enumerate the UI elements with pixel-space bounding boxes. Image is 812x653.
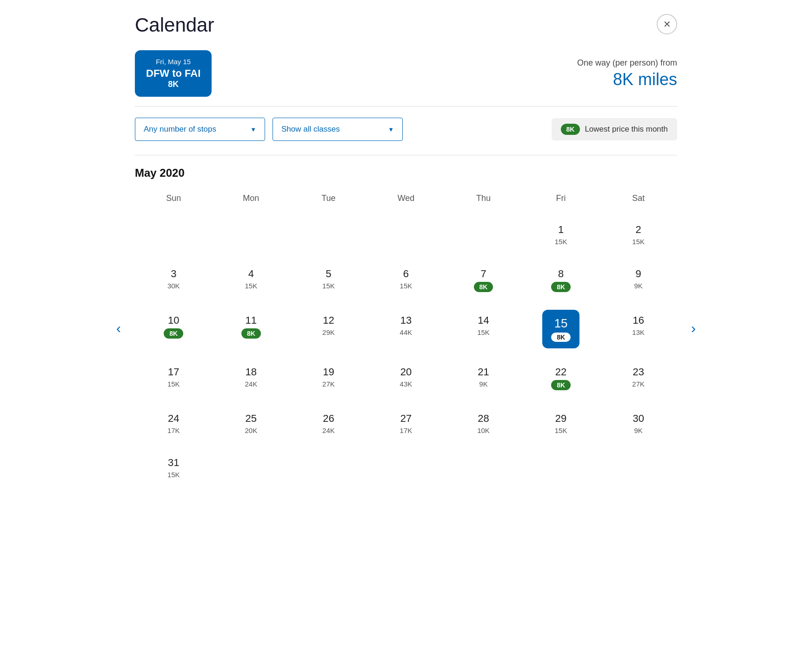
stops-filter-label: Any number of stops <box>144 125 216 134</box>
table-row[interactable]: 2915K <box>522 401 600 446</box>
flight-card-date: Fri, May 15 <box>146 58 200 66</box>
table-row[interactable]: 1229K <box>290 303 367 355</box>
day-cell[interactable]: 88K <box>542 263 579 297</box>
day-cell[interactable]: 515K <box>310 263 347 294</box>
day-price: 15K <box>160 471 187 479</box>
day-price: 13K <box>625 328 652 336</box>
day-cell[interactable]: 1229K <box>310 310 347 341</box>
day-cell[interactable]: 615K <box>387 263 425 294</box>
table-row[interactable]: 78K <box>445 257 522 303</box>
table-row[interactable]: 215K <box>599 213 677 257</box>
day-price: 44K <box>392 328 420 336</box>
day-cell[interactable]: 118K <box>233 310 270 343</box>
day-number: 12 <box>314 314 342 326</box>
day-cell[interactable]: 2327K <box>620 361 657 393</box>
table-row[interactable]: 219K <box>445 355 522 401</box>
day-number: 17 <box>160 366 187 378</box>
day-cell[interactable]: 99K <box>620 263 657 294</box>
table-row[interactable]: 2327K <box>599 355 677 401</box>
calendar-grid: SunMonTueWedThuFriSat 115K215K330K415K51… <box>135 189 677 490</box>
day-cell[interactable]: 2520K <box>233 408 270 439</box>
table-row[interactable]: 108K <box>135 303 213 355</box>
day-cell[interactable]: 415K <box>233 263 270 294</box>
day-price: 9K <box>470 380 498 388</box>
table-row[interactable]: 1415K <box>445 303 522 355</box>
table-row[interactable]: 1927K <box>290 355 367 401</box>
table-row[interactable]: 3115K <box>135 446 213 490</box>
table-row[interactable]: 2810K <box>445 401 522 446</box>
day-cell[interactable]: 2717K <box>387 408 425 439</box>
table-row[interactable]: 2520K <box>213 401 290 446</box>
day-cell[interactable]: 215K <box>620 219 657 250</box>
table-row[interactable]: 615K <box>367 257 445 303</box>
day-cell[interactable]: 1613K <box>620 310 657 341</box>
day-price: 9K <box>625 426 652 434</box>
day-number: 28 <box>470 413 498 425</box>
table-row[interactable]: 515K <box>290 257 367 303</box>
price-summary-value: 8K miles <box>577 70 677 89</box>
table-row[interactable]: 2717K <box>367 401 445 446</box>
table-row[interactable]: 118K <box>213 303 290 355</box>
day-number: 14 <box>470 314 498 326</box>
table-row[interactable]: 2624K <box>290 401 367 446</box>
day-cell[interactable]: 2810K <box>465 408 502 439</box>
day-cell[interactable]: 1927K <box>310 361 347 393</box>
weekday-header: Mon <box>213 189 290 213</box>
day-cell[interactable]: 115K <box>542 219 579 250</box>
day-price: 15K <box>392 282 420 290</box>
table-row[interactable]: 99K <box>599 257 677 303</box>
day-cell[interactable]: 78K <box>465 263 502 297</box>
table-row[interactable]: 158K <box>522 303 600 355</box>
empty-day <box>135 213 213 257</box>
day-price: 24K <box>314 426 342 434</box>
legend-badge-price: 8K <box>561 124 580 135</box>
day-cell[interactable]: 1415K <box>465 310 502 341</box>
day-cell[interactable]: 309K <box>620 408 657 439</box>
day-number: 7 <box>470 268 498 280</box>
day-number: 29 <box>547 413 575 425</box>
day-number: 5 <box>314 268 342 280</box>
day-number: 31 <box>160 457 187 469</box>
day-number: 13 <box>392 314 420 326</box>
day-cell[interactable]: 2915K <box>542 408 579 439</box>
empty-day <box>367 446 445 490</box>
table-row[interactable]: 1715K <box>135 355 213 401</box>
stops-filter-arrow: ▼ <box>250 126 256 133</box>
day-number: 8 <box>547 268 575 280</box>
day-cell[interactable]: 2624K <box>310 408 347 439</box>
table-row[interactable]: 228K <box>522 355 600 401</box>
day-cell[interactable]: 3115K <box>155 452 192 483</box>
day-cell[interactable]: 219K <box>465 361 502 393</box>
table-row[interactable]: 1824K <box>213 355 290 401</box>
green-price-badge: 8K <box>551 380 571 390</box>
next-month-button[interactable]: › <box>686 316 700 341</box>
close-button[interactable]: ✕ <box>657 14 677 34</box>
table-row[interactable]: 2417K <box>135 401 213 446</box>
flight-card-route: DFW to FAI <box>146 67 200 80</box>
day-cell[interactable]: 1715K <box>155 361 192 393</box>
table-row[interactable]: 2043K <box>367 355 445 401</box>
classes-filter-label: Show all classes <box>281 125 340 134</box>
table-row[interactable]: 88K <box>522 257 600 303</box>
table-row[interactable]: 1613K <box>599 303 677 355</box>
day-cell[interactable]: 228K <box>542 361 579 395</box>
stops-filter[interactable]: Any number of stops ▼ <box>135 118 265 141</box>
day-cell[interactable]: 1344K <box>387 310 425 341</box>
table-row[interactable]: 1344K <box>367 303 445 355</box>
day-cell[interactable]: 330K <box>155 263 192 294</box>
prev-month-button[interactable]: ‹ <box>112 316 126 341</box>
price-summary-label: One way (per person) from <box>577 58 677 68</box>
day-cell[interactable]: 108K <box>155 310 192 343</box>
table-row[interactable]: 330K <box>135 257 213 303</box>
day-cell[interactable]: 2043K <box>387 361 425 393</box>
page-title: Calendar <box>135 14 214 36</box>
day-cell[interactable]: 1824K <box>233 361 270 393</box>
day-cell[interactable]: 158K <box>542 310 579 348</box>
table-row[interactable]: 309K <box>599 401 677 446</box>
day-cell[interactable]: 2417K <box>155 408 192 439</box>
table-row[interactable]: 115K <box>522 213 600 257</box>
empty-day <box>213 213 290 257</box>
classes-filter[interactable]: Show all classes ▼ <box>273 118 403 141</box>
day-number: 19 <box>314 366 342 378</box>
table-row[interactable]: 415K <box>213 257 290 303</box>
